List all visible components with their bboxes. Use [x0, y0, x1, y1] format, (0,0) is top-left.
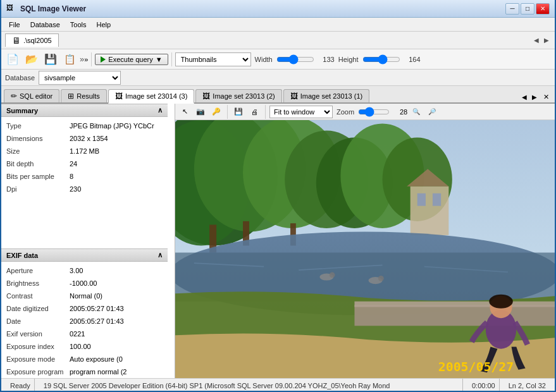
exif-exposure-mode-value: Auto exposure (0 — [70, 354, 163, 364]
view-dropdown[interactable]: Thumbnails — [175, 52, 251, 66]
exif-content: Aperture 3.00 Brightness -1000.00 Contra… — [1, 262, 168, 378]
exif-collapse-arrow[interactable]: ∧ — [158, 251, 163, 259]
maximize-button[interactable]: □ — [521, 3, 534, 15]
height-value: 164 — [402, 56, 421, 63]
tab-image-set-23013-2[interactable]: 🖼 Image set 23013 (2) — [195, 89, 281, 102]
summary-size-row: Size 1.172 MB — [1, 145, 168, 157]
summary-collapse-arrow[interactable]: ∧ — [158, 106, 163, 114]
play-icon — [101, 56, 106, 63]
address-tab[interactable]: 🖥 .\sql2005 — [5, 34, 59, 47]
exif-exposure-index-value: 100.00 — [70, 341, 163, 352]
exif-date-digitized-label: Date digitized — [6, 303, 70, 314]
exif-date-row: Date 2005:05:27 01:43 — [1, 315, 168, 328]
photo-container: 2005/05/27 — [175, 120, 555, 378]
cursor-tool-button[interactable]: ↖ — [178, 106, 192, 118]
address-nav-left[interactable]: ◀ — [532, 36, 541, 45]
tab-image-set-23013-1[interactable]: 🖼 Image set 23013 (1) — [283, 89, 369, 102]
image-display: 2005/05/27 — [175, 120, 555, 378]
menu-bar: File Database Tools Help — [1, 18, 555, 32]
database-bar: Database sivsample — [1, 70, 555, 86]
minimize-button[interactable]: ─ — [505, 3, 519, 15]
exif-label: EXIF data — [6, 252, 38, 259]
width-value: 133 — [316, 56, 335, 63]
svg-rect-26 — [354, 302, 555, 307]
img-print-button[interactable]: 🖨 — [247, 106, 261, 118]
summary-dpi-value: 230 — [70, 184, 163, 194]
svg-rect-12 — [411, 187, 449, 235]
address-nav-right[interactable]: ▶ — [542, 36, 551, 45]
tab-close-button[interactable]: ✕ — [540, 92, 552, 102]
summary-type-label: Type — [6, 121, 70, 131]
fit-dropdown[interactable]: Fit to window — [269, 106, 333, 118]
zoom-out-button[interactable]: 🔎 — [425, 106, 439, 118]
height-slider[interactable] — [362, 54, 400, 64]
tab-image-set-23014-label: Image set 23014 (3) — [125, 92, 187, 100]
status-ready: Ready — [6, 379, 35, 392]
photo-svg: 2005/05/27 — [175, 120, 555, 378]
exif-version-row: Exif version 0221 — [1, 328, 168, 340]
img-save-button[interactable]: 💾 — [232, 106, 245, 118]
database-label: Database — [5, 74, 35, 82]
summary-dpi-label: Dpi — [6, 184, 70, 194]
menu-help[interactable]: Help — [92, 20, 116, 30]
exif-exposure-program-row: Exposure program program normal (2 — [1, 365, 168, 378]
menu-database[interactable]: Database — [25, 20, 65, 30]
summary-bit-depth-value: 24 — [70, 159, 163, 169]
open-button[interactable]: 📂 — [23, 51, 40, 68]
img-save-icon: 💾 — [234, 107, 243, 116]
execute-button[interactable]: Execute query ▼ — [95, 54, 168, 65]
summary-spacer — [1, 198, 168, 248]
save-icon: 💾 — [44, 53, 57, 65]
tab-results[interactable]: ⊞ Results — [61, 89, 107, 102]
summary-bits-sample-label: Bits per sample — [6, 171, 70, 181]
main-toolbar: 📄 📂 💾 📋 » Execute query ▼ Thumbnails Wid… — [1, 49, 555, 70]
tab-sql-editor-label: SQL editor — [20, 92, 53, 100]
tab-next-arrow[interactable]: ▶ — [530, 93, 539, 101]
img-toolbar-sep-2 — [265, 105, 266, 119]
menu-file[interactable]: File — [4, 20, 25, 30]
title-bar: 🖼 SQL Image Viewer ─ □ ✕ — [1, 0, 555, 18]
summary-type-row: Type JPEG Bitmap (JPG) YCbCr — [1, 119, 168, 132]
new-button[interactable]: 📄 — [4, 51, 22, 68]
summary-section-header: Summary ∧ — [1, 104, 168, 117]
tab-sql-editor[interactable]: ✏ SQL editor — [4, 89, 59, 102]
save-button[interactable]: 💾 — [42, 51, 59, 68]
key-button[interactable]: 🔑 — [209, 106, 223, 118]
tab-prev-arrow[interactable]: ◀ — [520, 93, 529, 101]
zoom-in-button[interactable]: 🔍 — [409, 106, 423, 118]
snapshot-button[interactable]: 📷 — [194, 106, 207, 118]
database-dropdown[interactable]: sivsample — [39, 71, 121, 85]
snapshot-icon: 📷 — [196, 107, 205, 116]
left-panel-inner: Summary ∧ Type JPEG Bitmap (JPG) YCbCr D… — [1, 104, 168, 378]
server-icon: 🖥 — [12, 35, 21, 46]
window-controls: ─ □ ✕ — [505, 3, 550, 15]
exif-exposure-program-label: Exposure program — [6, 367, 70, 377]
exif-contrast-row: Contrast Normal (0) — [1, 290, 168, 302]
zoom-in-icon: 🔍 — [412, 108, 420, 115]
window-title: SQL Image Viewer — [20, 4, 505, 13]
img-print-icon: 🖨 — [251, 108, 258, 116]
zoom-out-icon: 🔎 — [428, 108, 436, 115]
menu-tools[interactable]: Tools — [65, 20, 92, 30]
image-area: ↖ 📷 🔑 💾 🖨 Fit to window — [175, 104, 555, 378]
svg-rect-25 — [354, 305, 555, 326]
results-icon: ⊞ — [68, 92, 74, 101]
width-slider[interactable] — [276, 54, 314, 64]
sql-editor-icon: ✏ — [11, 92, 17, 101]
exif-date-digitized-value: 2005:05:27 01:43 — [70, 303, 163, 314]
toolbar-sep-1 — [91, 52, 92, 66]
tab-bar: ✏ SQL editor ⊞ Results 🖼 Image set 23014… — [1, 86, 555, 104]
save-as-button[interactable]: 📋 — [61, 51, 78, 68]
close-button[interactable]: ✕ — [536, 3, 550, 15]
svg-rect-14 — [433, 193, 441, 206]
status-time: 0:00:00 — [468, 379, 500, 392]
zoom-slider[interactable] — [358, 107, 390, 117]
svg-text:2005/05/27: 2005/05/27 — [438, 360, 514, 374]
image-set-23014-icon: 🖼 — [115, 92, 123, 101]
exif-version-label: Exif version — [6, 329, 70, 339]
tab-image-set-23014[interactable]: 🖼 Image set 23014 (3) — [108, 89, 194, 104]
zoom-value: 28 — [392, 108, 407, 116]
address-bar: 🖥 .\sql2005 ◀ ▶ — [1, 32, 555, 49]
summary-bits-sample-value: 8 — [70, 171, 163, 181]
exif-section-header: EXIF data ∧ — [1, 248, 168, 262]
